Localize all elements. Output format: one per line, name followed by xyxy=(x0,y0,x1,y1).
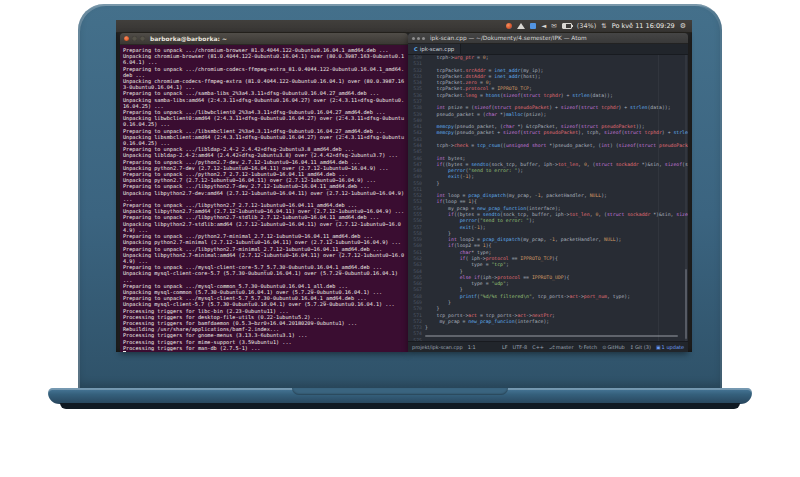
status-cursor-position[interactable]: 1:1 xyxy=(468,344,476,350)
status-item-github[interactable]: ⊙GitHub xyxy=(602,344,625,350)
terminal-line: Preparing to unpack .../samba-libs_2%3a4… xyxy=(123,90,405,96)
status-item-utf-8-label: UTF-8 xyxy=(513,344,528,350)
terminal-cursor xyxy=(123,351,126,352)
terminal-line: Unpacking libwbclient0:amd64 (2:4.3.11+d… xyxy=(123,115,405,127)
vertical-scrollbar[interactable] xyxy=(685,55,687,341)
status-item-fetch-label: Fetch xyxy=(584,344,598,350)
terminal-line: Unpacking libsmbclient:amd64 (2:4.3.11+d… xyxy=(123,134,405,146)
atom-minimize-button[interactable] xyxy=(417,37,420,40)
wrap-guide xyxy=(658,55,659,341)
terminal-line: Preparing to unpack .../chromium-codecs-… xyxy=(123,66,405,78)
session-gear-icon[interactable]: ⚙ xyxy=(680,23,686,30)
laptop-base xyxy=(48,388,752,404)
terminal-output[interactable]: Preparing to unpack .../chromium-browser… xyxy=(120,45,408,352)
atom-maximize-button[interactable] xyxy=(422,37,425,40)
system-tray: ◄✉(34%)⇅ xyxy=(506,22,606,30)
code-text xyxy=(425,338,688,341)
status-item-lf-label: LF xyxy=(502,344,508,350)
battery-label: (34%) xyxy=(577,22,597,30)
terminal-titlebar[interactable]: barborka@barborka: ~ xyxy=(120,33,408,45)
editor-pane[interactable]: 530 tcph->urg_ptr = 0;531532 tcpPacket.s… xyxy=(408,55,688,341)
laptop-frame: ◄✉(34%)⇅ Po kvě 11 16:09:29 ⚙ barborka@b… xyxy=(78,4,722,388)
messaging-icon[interactable] xyxy=(506,23,512,29)
status-right: LFUTF-8C++⎇master↻Fetch⊙GitHub↕Git (3)▣1… xyxy=(502,344,684,350)
keyboard-layout-icon[interactable] xyxy=(530,23,536,29)
panel-clock[interactable]: Po kvě 11 16:09:29 xyxy=(612,22,675,30)
terminal-line: Unpacking libpython2.7-stdlib:amd64 (2.7… xyxy=(123,221,405,233)
status-item-github-icon: ⊙ xyxy=(602,344,606,350)
terminal-title: barborka@barborka: ~ xyxy=(150,35,227,42)
top-panel: ◄✉(34%)⇅ Po kvě 11 16:09:29 ⚙ xyxy=(116,20,692,33)
status-bar: projekt/ipk-scan.cpp 1:1 LFUTF-8C++⎇mast… xyxy=(408,341,688,352)
sync-arrows-icon[interactable]: ⇅ xyxy=(601,23,606,30)
terminal-line: Unpacking libpython2.7-minimal:amd64 (2.… xyxy=(123,252,405,264)
status-item-master-icon: ⎇ xyxy=(549,344,555,350)
maximize-button[interactable] xyxy=(140,36,145,41)
status-item-github-label: GitHub xyxy=(607,344,624,350)
terminal-line: Unpacking libpython2.7-dev:amd64 (2.7.12… xyxy=(123,190,405,202)
battery-icon[interactable] xyxy=(562,23,572,29)
terminal-line: Unpacking libldap-2.4-2:amd64 (2.4.42+df… xyxy=(123,152,405,158)
tab-bar: C ipk-scan.cpp xyxy=(408,44,688,55)
tab-label: ipk-scan.cpp xyxy=(420,46,455,52)
status-item-1-update[interactable]: ▣1 update xyxy=(656,344,684,350)
atom-titlebar[interactable]: ipk-scan.cpp — ~/Dokumenty/4.semester/IP… xyxy=(408,33,688,44)
laptop-base-notch xyxy=(292,388,508,395)
terminal-line: Unpacking mysql-client-core-5.7 (5.7.30-… xyxy=(123,270,405,282)
status-item-c--label: C++ xyxy=(532,344,544,350)
terminal-line: Preparing to unpack .../libpython2.7-min… xyxy=(123,246,405,252)
atom-close-button[interactable] xyxy=(412,37,415,40)
status-item-master-label: master xyxy=(556,344,574,350)
terminal-line: Unpacking python2.7-minimal (2.7.12-1ubu… xyxy=(123,239,405,245)
mail-icon[interactable]: ✉ xyxy=(551,23,556,30)
terminal-line: Unpacking mysql-client-5.7 (5.7.30-0ubun… xyxy=(123,301,405,307)
laptop-mockup: ◄✉(34%)⇅ Po kvě 11 16:09:29 ⚙ barborka@b… xyxy=(0,0,800,477)
tab-ipk-scan[interactable]: C ipk-scan.cpp xyxy=(408,44,461,54)
status-item-1-update-icon: ▣ xyxy=(656,344,661,350)
scrollbar-thumb[interactable] xyxy=(685,269,687,339)
status-item-lf[interactable]: LF xyxy=(502,344,508,350)
desktop-screen: ◄✉(34%)⇅ Po kvě 11 16:09:29 ⚙ barborka@b… xyxy=(116,20,692,352)
status-item-utf-8[interactable]: UTF-8 xyxy=(513,344,528,350)
terminal-line: Preparing to unpack .../libsmbclient_2%3… xyxy=(123,128,405,134)
status-file-path[interactable]: projekt/ipk-scan.cpp xyxy=(412,344,463,350)
minimize-button[interactable] xyxy=(132,36,137,41)
status-item-fetch-icon: ↻ xyxy=(578,344,582,350)
horizontal-scrollbar[interactable] xyxy=(425,335,678,337)
status-item-fetch[interactable]: ↻Fetch xyxy=(578,344,597,350)
status-item-git-3--label: Git (3) xyxy=(635,344,651,350)
terminal-line: Preparing to unpack .../libpython2.7-dev… xyxy=(123,183,405,189)
terminal-line: Unpacking samba-libs:amd64 (2:4.3.11+dfs… xyxy=(123,97,405,109)
code-line: 575 xyxy=(408,338,688,341)
terminal-window: barborka@barborka: ~ Preparing to unpack… xyxy=(120,33,408,352)
laptop-base-bottom xyxy=(60,403,740,409)
terminal-line: Unpacking chromium-browser (81.0.4044.12… xyxy=(123,53,405,65)
atom-title: ipk-scan.cpp — ~/Dokumenty/4.semester/IP… xyxy=(430,35,587,41)
status-item-1-update-label: 1 update xyxy=(662,344,684,350)
volume-icon[interactable]: ◄ xyxy=(541,23,546,30)
close-button[interactable] xyxy=(124,36,129,41)
network-icon[interactable] xyxy=(517,23,525,29)
line-number: 575 xyxy=(408,338,425,341)
atom-window: ipk-scan.cpp — ~/Dokumenty/4.semester/IP… xyxy=(408,33,688,352)
status-item-master[interactable]: ⎇master xyxy=(549,344,573,350)
cpp-file-icon: C xyxy=(414,46,418,52)
code-lines: 530 tcph->urg_ptr = 0;531532 tcpPacket.s… xyxy=(408,55,688,341)
terminal-line: Preparing to unpack .../libpython2.7-std… xyxy=(123,214,405,220)
status-item-git-3--icon: ↕ xyxy=(630,344,634,350)
terminal-line: Unpacking chromium-codecs-ffmpeg-extra (… xyxy=(123,78,405,90)
status-item-c-[interactable]: C++ xyxy=(532,344,544,350)
status-item-git-3-[interactable]: ↕Git (3) xyxy=(630,344,651,350)
